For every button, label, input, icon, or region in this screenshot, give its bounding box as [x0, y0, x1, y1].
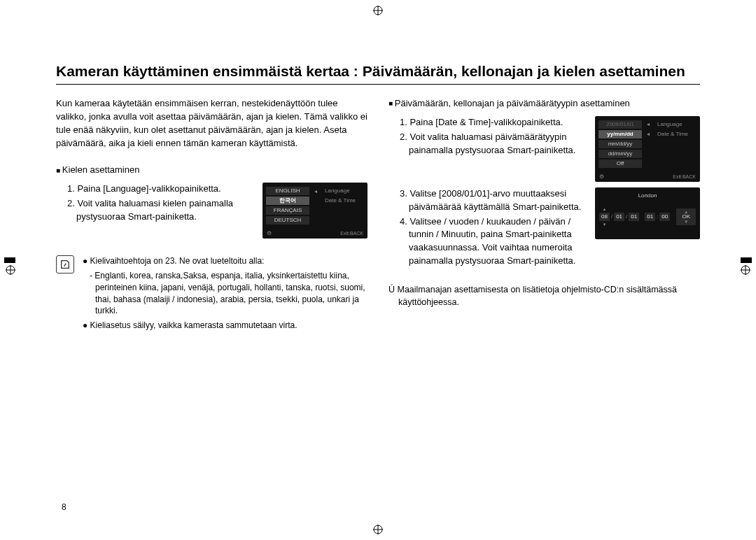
lcd-dt-right-1: Date & Time — [654, 132, 696, 137]
lcd-dt-right-0: Language — [654, 122, 696, 127]
lcd-language-menu: ENGLISH◄Language 한국어Date & Time FRANÇAIS… — [262, 183, 368, 239]
lcd-dt-item-0: 2008/01/01 — [598, 120, 642, 129]
registration-mark-top — [373, 6, 383, 15]
lcd-dt-item-2: mm/dd/yy — [598, 140, 642, 148]
registration-mark-left — [6, 265, 15, 275]
lcd-dt-item-3: dd/mm/yy — [598, 150, 642, 158]
lcd-menu-language: Language — [322, 188, 364, 194]
right-column: Päivämäärän, kellonajan ja päivämäärätyy… — [388, 97, 700, 334]
lcd-dt-item-1: yy/mm/dd — [598, 130, 642, 138]
step-lang-1: 1. Paina [Language]-valikkopainiketta. — [67, 183, 253, 196]
lcd-cell-day: 01 — [629, 213, 639, 221]
note-persist: ● Kieliasetus säilyy, vaikka kamerasta s… — [83, 320, 368, 332]
lcd-cell-hour: 01 — [645, 213, 655, 221]
lcd-cell-year: ▲ 08 ▼ — [599, 213, 610, 221]
trim-bar-right — [741, 257, 752, 263]
trim-bar-left — [4, 257, 15, 263]
left-column: Kun kameraa käytetään ensimmäisen kerran… — [56, 97, 368, 334]
step-dt-2: 2. Voit valita haluamasi päivämäärätyypi… — [400, 131, 585, 157]
lcd-arrow-icon: ◄ — [313, 189, 318, 194]
step-dt-4: 4. Valitsee / vuoden / kuukauden / päivä… — [400, 215, 585, 268]
lcd-cell-month: 01 — [614, 213, 624, 221]
lcd-exit-label: Exit:BACK — [340, 231, 363, 236]
lcd-exit-label2: Exit:BACK — [673, 174, 696, 180]
registration-mark-bottom — [373, 525, 383, 534]
datetime-steps-34: 3. Valitse [2008/01/01]-arvo muuttaakses… — [400, 187, 585, 268]
subhead-language: Kielen asettaminen — [56, 164, 368, 177]
lcd-item-english: ENGLISH — [266, 187, 309, 195]
step-dt-1: 1. Paina [Date & Time]-valikkopainiketta… — [400, 116, 585, 129]
note-icon — [56, 255, 74, 273]
lcd-menu-datetime: Date & Time — [322, 198, 364, 204]
down-arrow-small-icon: ▼ — [684, 220, 688, 224]
lcd-item-francais: FRANÇAIS — [266, 206, 309, 215]
star-note: Ú Maailmanajan asettamisesta on lisätiet… — [388, 283, 700, 308]
note-languages-list: - Englanti, korea, ranska,Saksa, espanja… — [83, 270, 368, 317]
page-number: 8 — [62, 502, 66, 512]
lcd-timezone-city: London — [599, 192, 696, 203]
step-dt-3: 3. Valitse [2008/01/01]-arvo muuttaakses… — [400, 187, 585, 214]
down-arrow-icon: ▼ — [602, 222, 606, 227]
lcd-cell-min: 00 — [659, 213, 670, 221]
lcd-item-deutsch: DEUTSCH — [266, 216, 309, 225]
lcd-dt-item-4: Off — [598, 159, 642, 168]
gear-icon: ⚙ — [267, 231, 272, 236]
intro-paragraph: Kun kameraa käytetään ensimmäisen kerran… — [56, 97, 368, 150]
registration-mark-right — [741, 265, 750, 275]
lcd-arrow-icon: ◄ — [645, 122, 651, 127]
language-steps: 1. Paina [Language]-valikkopainiketta. 2… — [67, 183, 253, 224]
subhead-datetime: Päivämäärän, kellonajan ja päivämäärätyy… — [388, 97, 700, 111]
gear-icon: ⚙ — [599, 174, 604, 180]
note-list: ● Kielivaihtoehtoja on 23. Ne ovat luete… — [83, 255, 368, 334]
datetime-steps-12: 1. Paina [Date & Time]-valikkopainiketta… — [400, 116, 585, 157]
lcd-ok-button: ▲ OK ▼ — [676, 208, 696, 225]
page-title: Kameran käyttäminen ensimmäistä kertaa :… — [56, 63, 700, 85]
lcd-arrow-sel-icon: ◄ — [645, 132, 651, 136]
step-lang-2: 2. Voit valita haluamasi kielen painamal… — [67, 197, 253, 224]
note-languages: ● Kielivaihtoehtoja on 23. Ne ovat luete… — [83, 255, 368, 267]
up-arrow-icon: ▲ — [602, 207, 606, 211]
lcd-datetype-menu: 2008/01/01◄Language yy/mm/dd◄Date & Time… — [595, 116, 700, 182]
lcd-date-editor: London ▲ 08 ▼ / 01 / 01 — [595, 187, 700, 239]
lcd-item-korean: 한국어 — [266, 197, 309, 205]
